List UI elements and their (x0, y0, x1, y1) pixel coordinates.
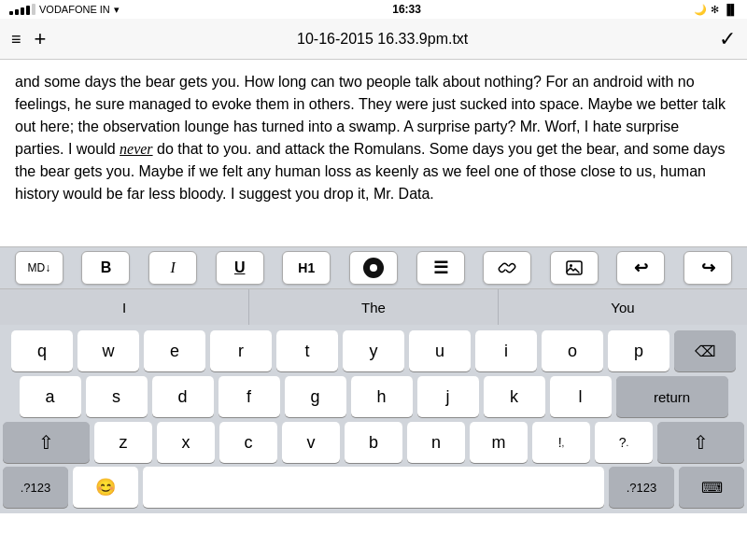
h1-button[interactable]: H1 (282, 251, 331, 285)
keyboard-row-3: ⇧ z x c v b n m !, ?. ⇧ (3, 422, 744, 463)
key-q[interactable]: q (11, 330, 73, 371)
underline-button[interactable]: U (216, 251, 264, 285)
key-a[interactable]: a (20, 376, 81, 417)
image-icon (565, 259, 584, 277)
document-text: and some days the bear gets you. How lon… (15, 71, 732, 205)
bottom-row: .?123 😊 .?123 ⌨ (0, 467, 747, 513)
key-z[interactable]: z (94, 422, 152, 463)
key-b[interactable]: b (345, 422, 402, 463)
record-button[interactable] (349, 251, 398, 285)
markdown-button[interactable]: MD↓ (15, 251, 63, 285)
emoji-key[interactable]: 😊 (73, 467, 138, 508)
status-right: 🌙 ✻ ▐▌ (694, 4, 738, 16)
key-y[interactable]: y (343, 330, 404, 371)
key-w[interactable]: w (78, 330, 139, 371)
keyboard-row-2: a s d f g h j k l return (3, 376, 744, 417)
menu-button[interactable]: ≡ (11, 31, 21, 48)
moon-icon: 🌙 (694, 4, 707, 16)
battery-icon: ▐▌ (723, 4, 738, 15)
link-icon (498, 259, 516, 277)
key-l[interactable]: l (550, 376, 612, 417)
key-j[interactable]: j (417, 376, 479, 417)
key-g[interactable]: g (285, 376, 346, 417)
svg-point-1 (570, 264, 572, 267)
text-content[interactable]: and some days the bear gets you. How lon… (0, 60, 747, 246)
num-key-right[interactable]: .?123 (609, 467, 674, 508)
undo-button[interactable]: ↩ (616, 251, 665, 285)
key-t[interactable]: t (276, 330, 338, 371)
redo-button[interactable]: ↪ (684, 251, 732, 285)
predictive-bar: I The You (0, 289, 747, 325)
key-r[interactable]: r (210, 330, 272, 371)
bluetooth-icon: ✻ (711, 4, 719, 16)
key-c[interactable]: c (219, 422, 277, 463)
key-f[interactable]: f (218, 376, 280, 417)
space-key[interactable] (143, 467, 604, 508)
pred-item-i[interactable]: I (0, 289, 249, 325)
key-v[interactable]: v (282, 422, 340, 463)
keyboard-dismiss-key[interactable]: ⌨ (679, 467, 744, 508)
delete-key[interactable]: ⌫ (674, 330, 736, 371)
key-exclaim-comma[interactable]: !, (532, 422, 590, 463)
return-key[interactable]: return (616, 376, 728, 417)
list-button[interactable]: ☰ (416, 251, 465, 285)
status-left: VODAFONE IN ▾ (9, 4, 120, 16)
file-title: 10-16-2015 16.33.9pm.txt (297, 31, 468, 48)
shift-left-key[interactable]: ⇧ (3, 422, 90, 463)
status-time: 16:33 (392, 3, 421, 16)
key-d[interactable]: d (152, 376, 214, 417)
key-u[interactable]: u (409, 330, 471, 371)
key-k[interactable]: k (484, 376, 545, 417)
status-bar: VODAFONE IN ▾ 16:33 🌙 ✻ ▐▌ (0, 0, 747, 19)
key-i[interactable]: i (475, 330, 537, 371)
carrier-text: VODAFONE IN (39, 4, 110, 15)
keyboard-row-1: q w e r t y u i o p ⌫ (3, 330, 744, 371)
key-e[interactable]: e (144, 330, 205, 371)
italic-button[interactable]: I (148, 251, 197, 285)
key-x[interactable]: x (157, 422, 215, 463)
key-h[interactable]: h (351, 376, 413, 417)
shift-right-key[interactable]: ⇧ (657, 422, 744, 463)
key-o[interactable]: o (542, 330, 603, 371)
title-bar: ≡ + 10-16-2015 16.33.9pm.txt ✓ (0, 19, 747, 60)
image-button[interactable] (550, 251, 599, 285)
title-left-buttons: ≡ + (11, 29, 46, 49)
num-key-left[interactable]: .?123 (3, 467, 68, 508)
signal-icon (9, 4, 35, 15)
pred-item-you[interactable]: You (499, 289, 747, 325)
pred-item-the[interactable]: The (249, 289, 499, 325)
confirm-button[interactable]: ✓ (719, 27, 736, 51)
keyboard: q w e r t y u i o p ⌫ a s d f g h j k l … (0, 325, 747, 467)
new-file-button[interactable]: + (35, 29, 47, 49)
wifi-icon: ▾ (114, 4, 120, 16)
format-toolbar: MD↓ B I U H1 ☰ ↩ ↪ (0, 246, 747, 289)
key-m[interactable]: m (470, 422, 528, 463)
key-question-period[interactable]: ?. (595, 422, 653, 463)
key-s[interactable]: s (86, 376, 148, 417)
link-button[interactable] (483, 251, 531, 285)
key-n[interactable]: n (407, 422, 465, 463)
bold-button[interactable]: B (81, 251, 130, 285)
key-p[interactable]: p (608, 330, 669, 371)
